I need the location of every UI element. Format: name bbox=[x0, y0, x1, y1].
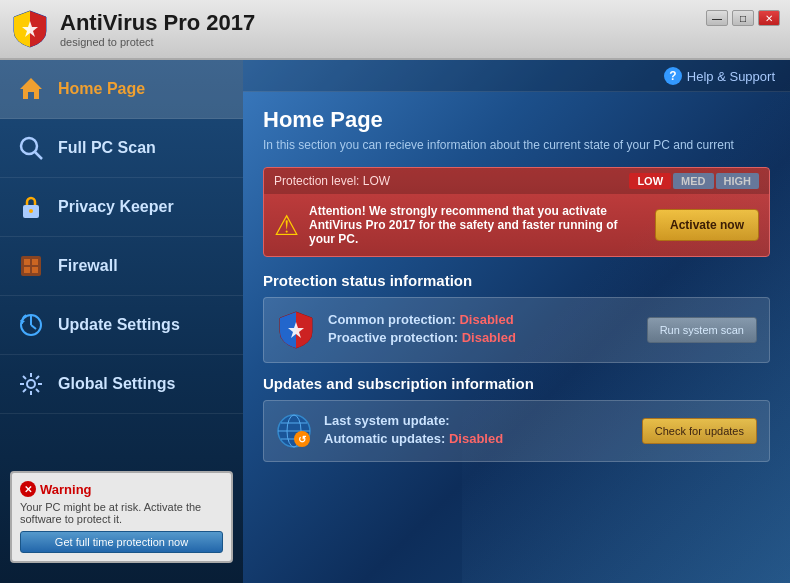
update-icon bbox=[16, 310, 46, 340]
sidebar-item-update[interactable]: Update Settings bbox=[0, 296, 243, 355]
home-icon bbox=[16, 74, 46, 104]
app-subtitle: designed to protect bbox=[60, 36, 255, 48]
sidebar-item-privacy[interactable]: Privacy Keeper bbox=[0, 178, 243, 237]
svg-line-2 bbox=[35, 152, 42, 159]
content-area: ? Help & Support Home Page In this secti… bbox=[243, 60, 790, 583]
sidebar-item-fullscan-label: Full PC Scan bbox=[58, 139, 156, 157]
warning-title: ✕ Warning bbox=[20, 481, 223, 497]
protection-message: Attention! We strongly recommend that yo… bbox=[309, 204, 645, 246]
level-high-badge: HIGH bbox=[716, 173, 760, 189]
maximize-button[interactable]: □ bbox=[732, 10, 754, 26]
svg-rect-6 bbox=[24, 259, 30, 265]
sidebar-item-global[interactable]: Global Settings bbox=[0, 355, 243, 414]
svg-line-19 bbox=[23, 376, 26, 379]
sidebar-item-home[interactable]: Home Page bbox=[0, 60, 243, 119]
updates-card: ↺ Last system update: Automatic updates:… bbox=[263, 400, 770, 462]
close-button[interactable]: ✕ bbox=[758, 10, 780, 26]
check-updates-button[interactable]: Check for updates bbox=[642, 418, 757, 444]
level-med-badge: MED bbox=[673, 173, 713, 189]
minimize-button[interactable]: — bbox=[706, 10, 728, 26]
help-support-button[interactable]: ? Help & Support bbox=[664, 67, 775, 85]
app-logo-icon bbox=[10, 9, 50, 49]
protection-level-label: Protection level: LOW bbox=[274, 174, 390, 188]
updates-section-title: Updates and subscription information bbox=[263, 375, 770, 392]
shield-status-icon bbox=[276, 310, 316, 350]
proactive-protection-row: Proactive protection: Disabled bbox=[328, 330, 635, 345]
sidebar-item-firewall-label: Firewall bbox=[58, 257, 118, 275]
updates-card-content: Last system update: Automatic updates: D… bbox=[324, 413, 630, 449]
level-low-badge: LOW bbox=[629, 173, 671, 189]
full-protection-button[interactable]: Get full time protection now bbox=[20, 531, 223, 553]
firewall-icon bbox=[16, 251, 46, 281]
sidebar-item-fullscan[interactable]: Full PC Scan bbox=[0, 119, 243, 178]
svg-rect-7 bbox=[32, 259, 38, 265]
main-layout: Home Page Full PC Scan Privacy Keeper bbox=[0, 60, 790, 583]
globe-icon: ↺ bbox=[276, 413, 312, 449]
help-icon: ? bbox=[664, 67, 682, 85]
settings-icon bbox=[16, 369, 46, 399]
window-controls: — □ ✕ bbox=[706, 10, 780, 26]
status-section-title: Protection status information bbox=[263, 272, 770, 289]
proactive-protection-label: Proactive protection: bbox=[328, 330, 458, 345]
common-protection-value: Disabled bbox=[459, 312, 513, 327]
warning-triangle-icon: ⚠ bbox=[274, 209, 299, 242]
help-bar: ? Help & Support bbox=[243, 60, 790, 92]
proactive-protection-value: Disabled bbox=[462, 330, 516, 345]
app-title: AntiVirus Pro 2017 bbox=[60, 10, 255, 36]
content-inner: Home Page In this section you can reciev… bbox=[243, 92, 790, 489]
sidebar-item-home-label: Home Page bbox=[58, 80, 145, 98]
scan-icon bbox=[16, 133, 46, 163]
protection-level-box: Protection level: LOW LOW MED HIGH ⚠ Att… bbox=[263, 167, 770, 257]
run-scan-button[interactable]: Run system scan bbox=[647, 317, 757, 343]
title-bar: AntiVirus Pro 2017 designed to protect —… bbox=[0, 0, 790, 60]
sidebar: Home Page Full PC Scan Privacy Keeper bbox=[0, 60, 243, 583]
sidebar-item-firewall[interactable]: Firewall bbox=[0, 237, 243, 296]
svg-marker-0 bbox=[20, 78, 42, 99]
page-description: In this section you can recieve informat… bbox=[263, 138, 770, 152]
svg-point-14 bbox=[27, 380, 35, 388]
sidebar-warning-box: ✕ Warning Your PC might be at risk. Acti… bbox=[10, 471, 233, 563]
svg-point-4 bbox=[29, 209, 33, 213]
sidebar-item-update-label: Update Settings bbox=[58, 316, 180, 334]
sidebar-item-global-label: Global Settings bbox=[58, 375, 175, 393]
svg-text:↺: ↺ bbox=[298, 434, 307, 445]
common-protection-row: Common protection: Disabled bbox=[328, 312, 635, 327]
svg-line-20 bbox=[36, 389, 39, 392]
sidebar-item-privacy-label: Privacy Keeper bbox=[58, 198, 174, 216]
svg-line-12 bbox=[31, 325, 36, 329]
status-card-content: Common protection: Disabled Proactive pr… bbox=[328, 312, 635, 348]
common-protection-label: Common protection: bbox=[328, 312, 456, 327]
svg-point-1 bbox=[21, 138, 37, 154]
protection-status-card: Common protection: Disabled Proactive pr… bbox=[263, 297, 770, 363]
protection-body: ⚠ Attention! We strongly recommend that … bbox=[264, 194, 769, 256]
last-update-row: Last system update: bbox=[324, 413, 630, 428]
auto-update-row: Automatic updates: Disabled bbox=[324, 431, 630, 446]
last-update-label: Last system update: bbox=[324, 413, 450, 428]
app-title-group: AntiVirus Pro 2017 designed to protect bbox=[60, 10, 255, 48]
svg-rect-8 bbox=[24, 267, 30, 273]
svg-line-22 bbox=[23, 389, 26, 392]
protection-header: Protection level: LOW LOW MED HIGH bbox=[264, 168, 769, 194]
page-title: Home Page bbox=[263, 107, 770, 133]
warning-x-icon: ✕ bbox=[20, 481, 36, 497]
svg-rect-9 bbox=[32, 267, 38, 273]
level-badges: LOW MED HIGH bbox=[629, 173, 759, 189]
activate-button[interactable]: Activate now bbox=[655, 209, 759, 241]
auto-update-value: Disabled bbox=[449, 431, 503, 446]
auto-update-label: Automatic updates: bbox=[324, 431, 445, 446]
warning-text: Your PC might be at risk. Activate the s… bbox=[20, 501, 223, 525]
privacy-icon bbox=[16, 192, 46, 222]
svg-line-21 bbox=[36, 376, 39, 379]
help-label: Help & Support bbox=[687, 69, 775, 84]
